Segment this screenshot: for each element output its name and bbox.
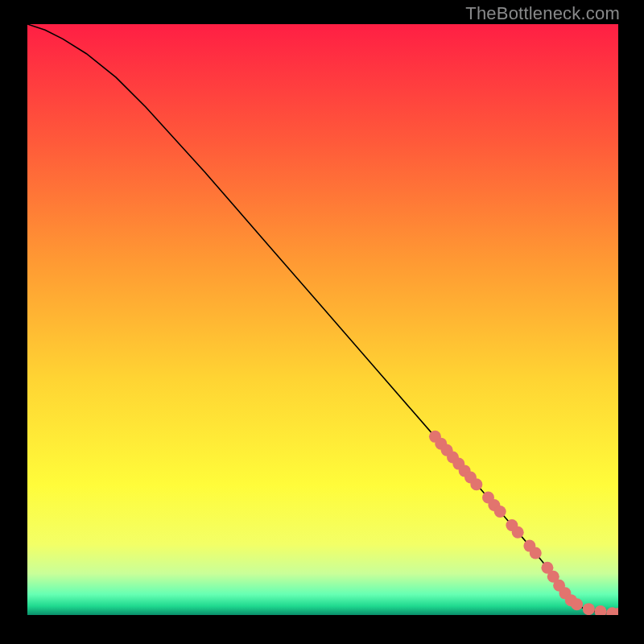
chart-marker (530, 547, 542, 559)
chart-marker (494, 506, 506, 518)
chart-marker (583, 603, 595, 615)
chart-marker (512, 526, 524, 539)
chart-svg (27, 24, 618, 615)
chart-frame: TheBottleneck.com (0, 0, 644, 644)
chart-marker (571, 598, 583, 610)
chart-background (27, 24, 618, 615)
watermark-text: TheBottleneck.com (465, 3, 620, 24)
chart-marker (470, 478, 482, 490)
chart-plot-area (27, 24, 618, 615)
